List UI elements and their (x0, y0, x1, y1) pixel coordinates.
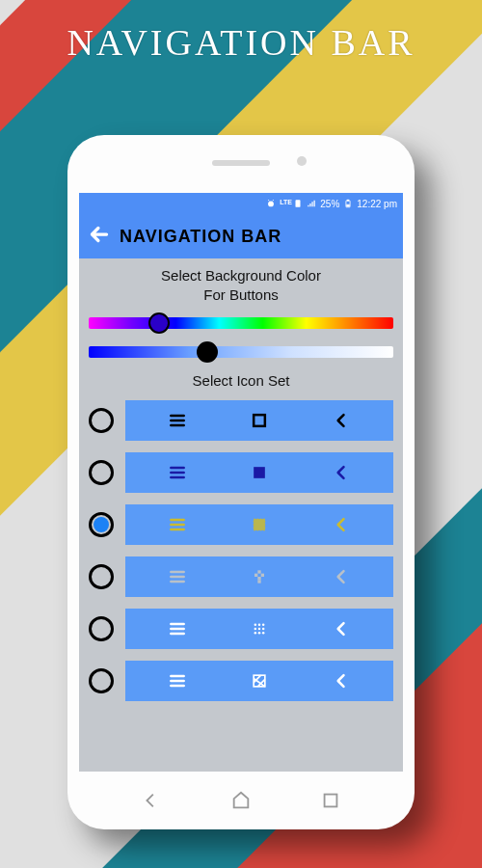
svg-rect-16 (254, 519, 265, 530)
menu-icon (167, 462, 188, 483)
alarm-icon (266, 199, 276, 208)
back-icon (331, 514, 352, 535)
status-bar: LTE 25% 12:22 pm (79, 193, 403, 214)
menu-icon (167, 670, 188, 692)
home-icon (249, 410, 270, 431)
home-key[interactable] (229, 789, 253, 812)
recent-key[interactable] (319, 789, 342, 812)
promo-title: NAVIGATION BAR (0, 0, 482, 64)
svg-rect-3 (347, 200, 349, 201)
battery-icon (343, 199, 353, 208)
back-key[interactable] (140, 789, 163, 812)
iconset-preview (125, 400, 393, 441)
hue-thumb[interactable] (148, 312, 170, 334)
svg-point-34 (262, 628, 265, 631)
svg-rect-22 (254, 573, 257, 576)
back-icon (331, 566, 352, 587)
svg-rect-24 (257, 577, 260, 580)
iconset-row[interactable] (89, 504, 393, 545)
saturation-slider[interactable] (89, 342, 393, 362)
home-icon (249, 618, 270, 639)
menu-icon (167, 566, 188, 587)
iconset-radio[interactable] (89, 460, 114, 485)
iconset-radio[interactable] (89, 408, 114, 433)
bgcolor-heading: Select Background Color For Buttons (89, 266, 393, 306)
iconset-heading: Select Icon Set (89, 371, 393, 391)
lte-icon: LTE (280, 199, 289, 208)
sim-icon (293, 199, 303, 208)
svg-rect-4 (347, 204, 350, 206)
iconset-preview (125, 556, 393, 597)
svg-point-33 (258, 628, 261, 631)
back-icon (331, 670, 352, 692)
hue-track (89, 317, 393, 329)
iconset-row[interactable] (89, 452, 393, 493)
iconset-preview (125, 504, 393, 545)
svg-rect-1 (296, 200, 301, 207)
iconset-radio[interactable] (89, 564, 114, 589)
iconset-row[interactable] (89, 556, 393, 597)
iconset-radio[interactable] (89, 668, 114, 693)
iconset-preview (125, 661, 393, 701)
svg-point-36 (258, 632, 261, 635)
svg-point-0 (268, 202, 274, 207)
signal-icon (307, 199, 316, 208)
svg-point-32 (254, 628, 257, 631)
iconset-row[interactable] (89, 609, 393, 649)
svg-point-29 (254, 623, 257, 626)
hardware-nav-bar (67, 789, 415, 812)
back-arrow-icon[interactable] (87, 222, 112, 251)
home-icon (249, 566, 270, 587)
phone-frame: LTE 25% 12:22 pm NAVIGATION BAR Select B… (67, 135, 415, 829)
svg-point-37 (262, 632, 265, 635)
iconset-radio[interactable] (89, 616, 114, 641)
back-icon (331, 618, 352, 639)
svg-rect-8 (254, 415, 265, 426)
iconset-list (89, 400, 393, 701)
app-bar: NAVIGATION BAR (79, 214, 403, 258)
iconset-preview (125, 609, 393, 649)
svg-point-31 (262, 623, 265, 626)
clock-text: 12:22 pm (357, 199, 397, 209)
app-title: NAVIGATION BAR (120, 227, 281, 247)
home-icon (249, 514, 270, 535)
home-icon (249, 462, 270, 483)
iconset-radio[interactable] (89, 512, 114, 537)
iconset-row[interactable] (89, 661, 393, 701)
saturation-thumb[interactable] (197, 341, 218, 363)
menu-icon (167, 618, 188, 639)
svg-point-30 (258, 623, 261, 626)
bgcolor-heading-line2: For Buttons (203, 286, 279, 303)
bgcolor-heading-line1: Select Background Color (161, 267, 321, 284)
menu-icon (167, 410, 188, 431)
svg-rect-25 (257, 580, 260, 583)
hue-slider[interactable] (89, 313, 393, 333)
iconset-row[interactable] (89, 400, 393, 441)
svg-rect-21 (257, 570, 260, 573)
back-icon (331, 462, 352, 483)
svg-rect-23 (261, 573, 264, 576)
battery-text: 25% (320, 199, 339, 209)
svg-rect-45 (325, 795, 337, 807)
saturation-track (89, 346, 393, 358)
menu-icon (167, 514, 188, 535)
iconset-preview (125, 452, 393, 493)
home-icon (249, 670, 270, 692)
content-area: Select Background Color For Buttons Sele… (79, 258, 403, 713)
back-icon (331, 410, 352, 431)
svg-rect-12 (254, 467, 265, 478)
front-camera (297, 156, 307, 166)
svg-point-35 (254, 632, 257, 635)
earpiece (212, 160, 270, 166)
screen: LTE 25% 12:22 pm NAVIGATION BAR Select B… (79, 193, 403, 772)
